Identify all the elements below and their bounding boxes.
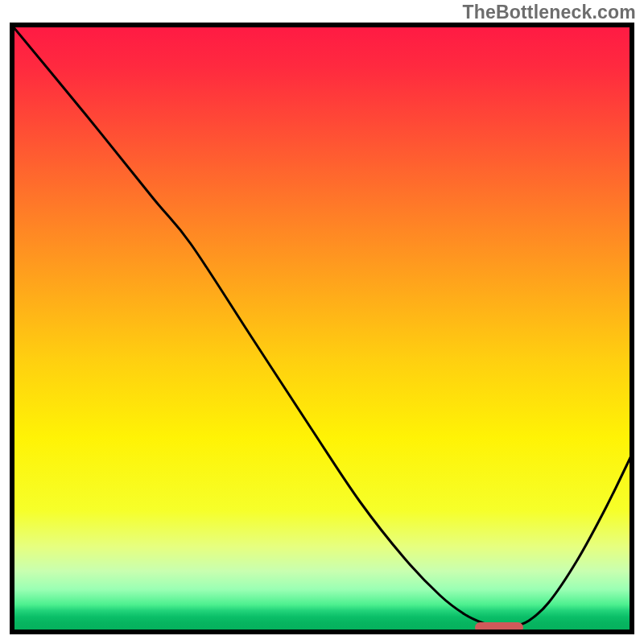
chart-container: TheBottleneck.com: [0, 0, 644, 644]
watermark-text: TheBottleneck.com: [462, 2, 636, 23]
plot-background: [12, 25, 632, 632]
bottleneck-chart: [10, 23, 634, 634]
